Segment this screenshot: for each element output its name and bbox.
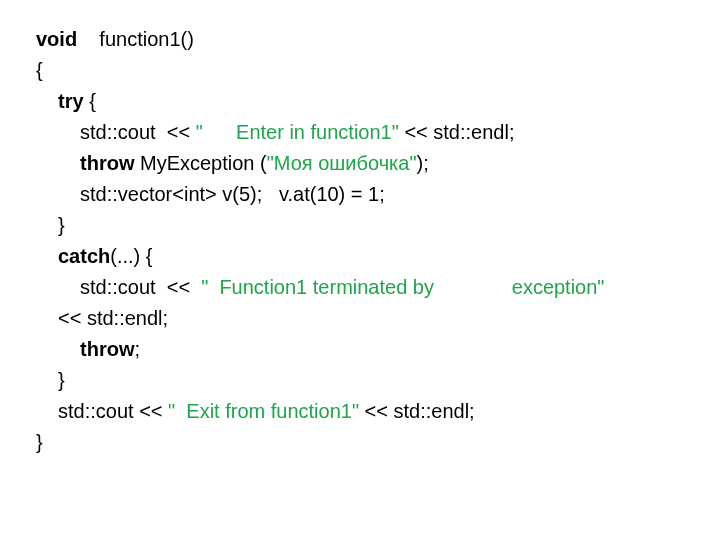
code-text: std::cout <<: [80, 276, 201, 298]
code-text: << std::endl;: [359, 400, 475, 422]
keyword-try: try: [58, 90, 84, 112]
code-line: std::cout << " Exit from function1" << s…: [36, 396, 720, 427]
keyword-throw: throw: [80, 152, 134, 174]
code-line: }: [36, 210, 720, 241]
string-literal: " Exit from function1": [168, 400, 359, 422]
string-literal: " Function1 terminated by exception": [201, 276, 604, 298]
code-line: void function1(): [36, 24, 720, 55]
code-text: std::cout <<: [58, 400, 168, 422]
code-text: function1(): [77, 28, 194, 50]
code-text: );: [417, 152, 429, 174]
code-line: std::cout << " Function1 terminated by e…: [36, 272, 720, 303]
code-text: << std::endl;: [399, 121, 515, 143]
code-text: {: [84, 90, 96, 112]
code-line: throw;: [36, 334, 720, 365]
code-line: }: [36, 427, 720, 458]
string-literal: "Моя ошибочка": [267, 152, 417, 174]
code-line: << std::endl;: [36, 303, 720, 334]
code-line: std::cout << " Enter in function1" << st…: [36, 117, 720, 148]
code-block: void function1() { try { std::cout << " …: [0, 0, 720, 458]
code-line: catch(...) {: [36, 241, 720, 272]
code-line: try {: [36, 86, 720, 117]
code-text: MyException (: [134, 152, 266, 174]
code-line: std::vector<int> v(5); v.at(10) = 1;: [36, 179, 720, 210]
code-text: (...) {: [110, 245, 152, 267]
code-line: }: [36, 365, 720, 396]
code-text: std::cout <<: [80, 121, 196, 143]
code-text: ;: [134, 338, 140, 360]
code-line: {: [36, 55, 720, 86]
keyword-throw: throw: [80, 338, 134, 360]
keyword-catch: catch: [58, 245, 110, 267]
code-line: throw MyException ("Моя ошибочка");: [36, 148, 720, 179]
keyword-void: void: [36, 28, 77, 50]
string-literal: " Enter in function1": [196, 121, 399, 143]
